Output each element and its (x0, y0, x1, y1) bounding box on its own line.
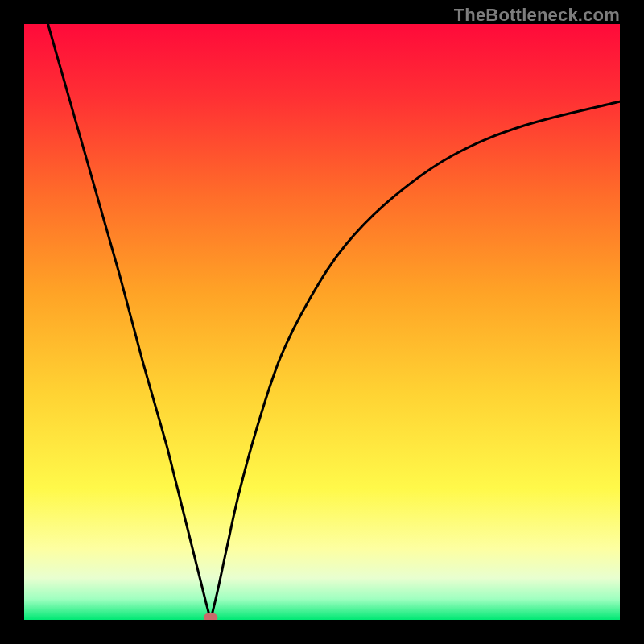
background-gradient (24, 24, 620, 620)
watermark-text: TheBottleneck.com (454, 5, 620, 26)
chart-frame: TheBottleneck.com (0, 0, 644, 644)
svg-rect-0 (24, 24, 620, 620)
plot-area (24, 24, 620, 620)
